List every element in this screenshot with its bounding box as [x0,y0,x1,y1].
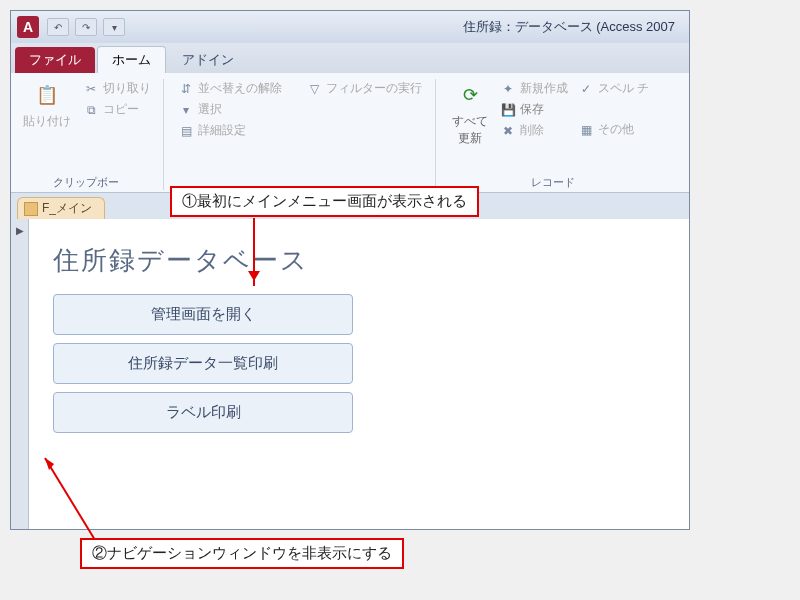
cut-button[interactable]: ✂切り取り [81,79,153,98]
form-title: 住所録データベース [53,243,665,278]
advanced-button[interactable]: ▤詳細設定 [176,121,284,140]
clear-sort-icon: ⇵ [178,82,194,96]
clear-sort-button[interactable]: ⇵並べ替えの解除 [176,79,284,98]
cut-icon: ✂ [83,82,99,96]
delete-record-button[interactable]: ✖削除 [498,121,570,140]
advanced-icon: ▤ [178,124,194,138]
group-records-label: レコード [448,173,658,190]
annotation-arrow-2 [40,450,110,540]
refresh-all-button[interactable]: ⟳ すべて 更新 [448,79,492,149]
group-sortfilter: ⇵並べ替えの解除 ▾選択 ▤詳細設定 ▽フィルターの実行 [176,79,436,190]
annotation-callout-2: ②ナビゲーションウィンドウを非表示にする [80,538,404,569]
annotation-callout-1: ①最初にメインメニュー画面が表示される [170,186,479,217]
app-window: A ↶ ↷ ▾ 住所録：データベース (Access 2007 ファイル ホーム… [10,10,690,530]
quick-access-toolbar: ↶ ↷ ▾ [47,18,125,36]
group-records: ⟳ すべて 更新 ✦新規作成 💾保存 ✖削除 ✓スペル チ ▦その他 レコード [448,79,668,190]
form-main: 住所録データベース 管理画面を開く 住所録データ一覧印刷 ラベル印刷 [29,219,689,529]
window-title: 住所録：データベース (Access 2007 [463,18,683,36]
copy-icon: ⧉ [83,103,99,117]
titlebar: A ↶ ↷ ▾ 住所録：データベース (Access 2007 [11,11,689,43]
print-list-button[interactable]: 住所録データ一覧印刷 [53,343,353,384]
new-icon: ✦ [500,82,516,96]
undo-button[interactable]: ↶ [47,18,69,36]
spell-icon: ✓ [578,82,594,96]
tab-addin[interactable]: アドイン [168,47,248,73]
refresh-label: すべて 更新 [452,113,488,147]
nav-expand-icon: ▶ [16,225,24,236]
copy-button[interactable]: ⧉コピー [81,100,153,119]
group-clipboard: 📋 貼り付け ✂切り取り ⧉コピー クリップボー [19,79,164,190]
svg-line-0 [45,458,95,540]
save-record-button[interactable]: 💾保存 [498,100,570,119]
app-icon: A [17,16,39,38]
annotation-arrow-1 [253,218,255,286]
paste-button[interactable]: 📋 貼り付け [19,79,75,132]
new-record-button[interactable]: ✦新規作成 [498,79,570,98]
paste-icon: 📋 [33,81,61,109]
navigation-pane-collapsed[interactable]: ▶ [11,219,29,529]
redo-button[interactable]: ↷ [75,18,97,36]
filter-icon: ▽ [306,82,322,96]
save-icon: 💾 [500,103,516,117]
run-filter-button[interactable]: ▽フィルターの実行 [304,79,424,98]
workspace: ▶ 住所録データベース 管理画面を開く 住所録データ一覧印刷 ラベル印刷 [11,219,689,529]
spellcheck-button[interactable]: ✓スペル チ [576,79,651,98]
print-label-button[interactable]: ラベル印刷 [53,392,353,433]
paste-label: 貼り付け [23,113,71,130]
form-icon [24,202,38,216]
ribbon: 📋 貼り付け ✂切り取り ⧉コピー クリップボー ⇵並べ替えの解除 ▾選択 ▤詳… [11,73,689,193]
document-tab-label: F_メイン [42,200,92,217]
ribbon-tab-strip: ファイル ホーム アドイン [11,43,689,73]
other-icon: ▦ [578,123,594,137]
tab-file[interactable]: ファイル [15,47,95,73]
select-button[interactable]: ▾選択 [176,100,284,119]
select-icon: ▾ [178,103,194,117]
open-admin-button[interactable]: 管理画面を開く [53,294,353,335]
tab-home[interactable]: ホーム [97,46,166,73]
svg-marker-1 [45,458,54,470]
group-clipboard-label: クリップボー [19,173,153,190]
document-tab-fmain[interactable]: F_メイン [17,197,105,219]
other-button[interactable]: ▦その他 [576,120,651,139]
qat-customize-button[interactable]: ▾ [103,18,125,36]
refresh-icon: ⟳ [456,81,484,109]
delete-icon: ✖ [500,124,516,138]
